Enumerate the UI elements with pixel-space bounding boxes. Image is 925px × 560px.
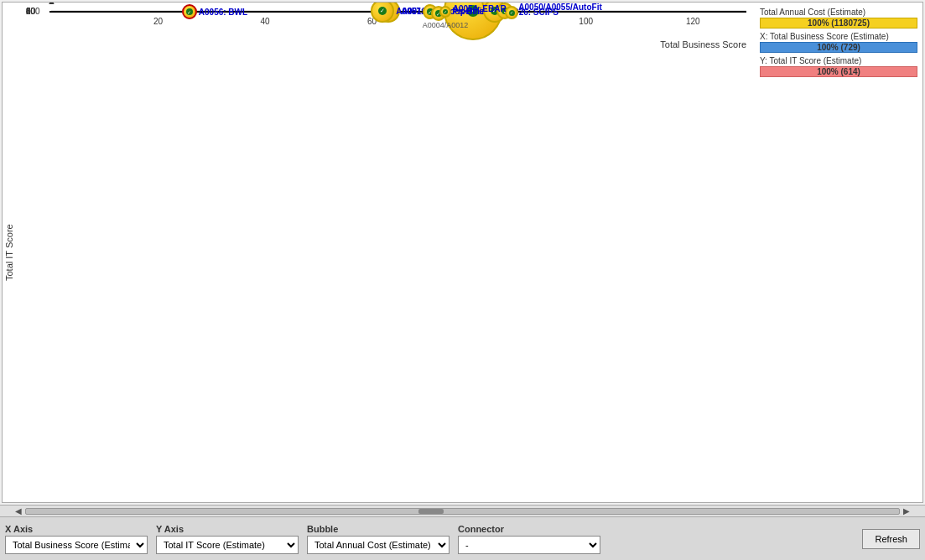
bubble-A0004[interactable]: ✓ ✓ ✓ [423,4,438,19]
main-container: Total IT Score ▲ 100 80 [0,0,925,560]
bubble-control: Bubble Total Annual Cost (Estimate) [307,524,450,554]
scrollbar-track[interactable] [25,508,900,515]
legend-item-it: Y: Total IT Score (Estimate) 100% (614) [760,56,917,77]
legend-item-business: X: Total Business Score (Estimate) 100% … [760,32,917,53]
y-axis-select[interactable]: Total IT Score (Estimate) [156,536,299,554]
legend-item-cost: Total Annual Cost (Estimate) 100% (11807… [760,8,917,29]
y-tick-0: 0 [26,7,31,16]
chart-main: ▲ 100 80 60 40 [16,3,922,502]
scroll-right-arrow[interactable]: ▶ [900,506,913,516]
bubble-A0056[interactable]: ✓ A0056: BWL [182,4,247,19]
y-top-label: ▲ [47,2,56,6]
legend-panel: Total Annual Cost (Estimate) 100% (11807… [755,3,922,502]
x-axis-label: Total Business Score [16,38,755,51]
y-axis-label: Total IT Score [3,3,16,502]
x-tick-40: 40 [261,17,270,26]
bubble-circle-A0056: ✓ [182,4,197,19]
chart-area: Total IT Score ▲ 100 80 [2,2,923,503]
plot-area: ▲ 100 80 60 40 [49,11,746,13]
plot-wrapper: ▲ 100 80 60 40 [16,3,755,502]
connector-select[interactable]: - [458,536,600,554]
x-tick-20: 20 [153,17,163,26]
scroll-left-arrow[interactable]: ◀ [12,506,25,516]
x-tick-120: 120 [686,17,700,26]
x-axis-select[interactable]: Total Business Score (Estimate) [5,536,148,554]
y-axis-control: Y Axis Total IT Score (Estimate) [156,524,299,554]
scrollbar-thumb[interactable] [418,509,444,514]
connector-control: Connector - [458,524,600,554]
refresh-button[interactable]: Refresh [862,529,920,549]
bubble-label-A0056-bwl: A0056: BWL [199,8,247,17]
chart-with-legend: ▲ 100 80 60 40 [16,3,922,502]
scrollbar-area: ◀ ▶ [0,505,925,516]
bubble-label-A0054: A0054: EBAR [453,4,507,13]
bubble-label-A0050: A0050/A0055/AutoFit [518,3,601,12]
x-axis-control: X Axis Total Business Score (Estimate) [5,524,148,554]
bottom-controls: X Axis Total Business Score (Estimate) Y… [0,516,925,560]
x-tick-100: 100 [579,17,593,26]
bubble-select[interactable]: Total Annual Cost (Estimate) [307,536,450,554]
bubble-circle-A0057: ✓ [371,2,394,23]
